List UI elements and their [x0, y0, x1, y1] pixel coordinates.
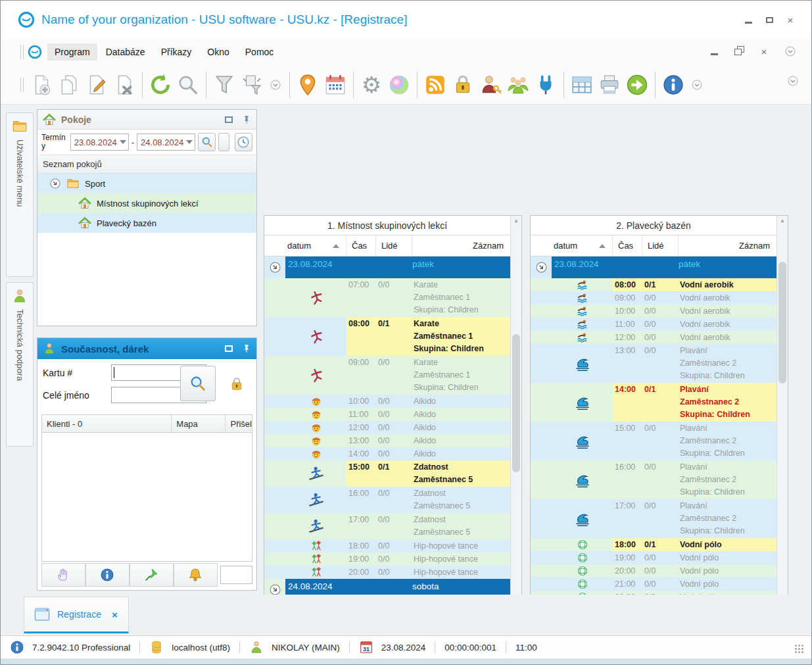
maximize-panel-icon[interactable]	[225, 116, 233, 123]
toolbar-doc-new-button[interactable]	[28, 70, 55, 99]
bell-button[interactable]	[174, 563, 218, 587]
toolbar-grip[interactable]	[20, 45, 24, 59]
date-from-select[interactable]: 23.08.2024	[70, 134, 129, 151]
clients-col-0[interactable]: Klienti - 0	[42, 415, 172, 432]
col-záznam[interactable]: Záznam	[679, 235, 776, 256]
toolbar-chev-circle-button[interactable]	[266, 70, 285, 99]
info-circle-button[interactable]	[85, 563, 130, 587]
schedule-row[interactable]: 17:000/0PlaváníZaměstnanec 2Skupina: Chi…	[531, 499, 776, 538]
footer-input[interactable]	[220, 566, 252, 584]
col-čas[interactable]: Čas	[346, 235, 376, 256]
schedule-row[interactable]: 10:000/0Vodní aerobik	[531, 305, 776, 318]
maximize-panel-icon[interactable]	[225, 345, 233, 352]
date-to-select[interactable]: 24.08.2024	[137, 134, 195, 151]
minimize-icon[interactable]	[743, 15, 753, 24]
toolbar-grid-table-button[interactable]	[568, 70, 596, 99]
tree-item-m-stnost-skupinov-ch-lekc-[interactable]: Místnost skupinových lekcí	[37, 193, 256, 213]
toolbar-refresh-button[interactable]	[147, 70, 174, 99]
col-lidé[interactable]: Lidé	[376, 235, 412, 256]
schedule-row[interactable]: 11:000/0Aikido	[264, 408, 510, 421]
search-rooms-button[interactable]	[198, 133, 216, 151]
toolbar-location-button[interactable]	[294, 70, 322, 99]
schedule-row[interactable]: 12:000/0Vodní aerobik	[531, 331, 776, 344]
schedule-row[interactable]: 17:000/0ZdatnostZaměstnanec 5	[264, 513, 510, 539]
schedule-row[interactable]: 19:000/0Vodní pólo	[531, 551, 776, 564]
col-čas[interactable]: Čas	[613, 235, 642, 256]
schedule-row[interactable]: 20:000/0Hip-hopové tance	[264, 566, 510, 579]
schedule-row[interactable]: 13:000/0Aikido	[264, 434, 510, 447]
schedule-row[interactable]: 09:000/0KarateZaměstnanec 1Skupina: Chil…	[264, 356, 510, 395]
schedule-group-row[interactable]: 23.08.2024pátek	[531, 257, 776, 278]
menu-pomoc[interactable]: Pomoc	[238, 43, 281, 61]
schedule-row[interactable]: 08:000/1KarateZaměstnanec 1Skupina: Chil…	[264, 317, 510, 356]
schedule-row[interactable]: 16:000/0PlaváníZaměstnanec 2Skupina: Chi…	[531, 460, 776, 499]
schedule-row[interactable]: 18:000/0Hip-hopové tance	[264, 539, 510, 553]
schedule-row[interactable]: 15:000/1ZdatnostZaměstnanec 5	[264, 460, 510, 487]
toolbar-rss-button[interactable]	[421, 70, 449, 99]
chevron-circle-icon[interactable]	[784, 45, 797, 58]
col-záznam[interactable]: Záznam	[412, 235, 510, 256]
schedule-row[interactable]: 08:000/1Vodní aerobik	[531, 278, 776, 291]
restore-icon[interactable]	[734, 47, 744, 56]
schedule-row[interactable]: 07:000/0KarateZaměstnanec 1Skupina: Chil…	[264, 278, 510, 317]
clients-col-1[interactable]: Mapa	[172, 415, 226, 432]
search-options-button[interactable]	[218, 133, 229, 151]
clients-col-2[interactable]: Přišel	[226, 415, 252, 432]
schedule-row[interactable]: 14:000/1PlaváníZaměstnanec 2Skupina: Chi…	[531, 383, 776, 422]
schedule-row[interactable]: 20:000/0Vodní pólo	[531, 564, 776, 578]
toolbar-users-button[interactable]	[504, 70, 532, 99]
resize-grip[interactable]	[794, 644, 805, 654]
toolbar-user-key-button[interactable]	[477, 70, 504, 99]
toolbar-info-circle-button[interactable]	[659, 70, 687, 99]
schedule-row[interactable]: 21:000/0Vodní pólo	[531, 578, 776, 591]
toolbar-plug-button[interactable]	[532, 70, 560, 99]
close-icon[interactable]: ×	[785, 15, 796, 24]
schedule-row[interactable]: 19:000/0Hip-hopové tance	[264, 553, 510, 566]
toolbar-chev-circle-button[interactable]	[687, 70, 707, 99]
schedule-row[interactable]: 11:000/0Vodní aerobik	[531, 318, 776, 331]
toolbar-doc-edit-button[interactable]	[83, 70, 110, 99]
menu-příkazy[interactable]: Příkazy	[154, 43, 199, 61]
menu-databáze[interactable]: Databáze	[99, 43, 153, 61]
toolbar-lock-button[interactable]	[449, 70, 477, 99]
toolbar-calendar-button[interactable]	[322, 70, 349, 99]
tree-item-plaveck-baz-n[interactable]: Plavecký bazén	[37, 213, 256, 233]
toolbar-printer-button[interactable]	[596, 70, 623, 99]
tab-registrace[interactable]: Registrace ×	[24, 597, 129, 633]
tab-close-icon[interactable]: ×	[112, 609, 118, 620]
menu-okno[interactable]: Okno	[200, 43, 236, 61]
toolbar-gear-button[interactable]: ⚙	[358, 70, 385, 99]
schedule-row[interactable]: 13:000/0PlaváníZaměstnanec 2Skupina: Chi…	[531, 344, 776, 383]
toolbar-search-button[interactable]	[174, 70, 202, 99]
side-tab-tech-support[interactable]: Technická podpora	[6, 282, 34, 447]
schedule-row[interactable]: 16:000/0ZdatnostZaměstnanec 5	[264, 487, 510, 513]
close-icon[interactable]: ×	[759, 47, 769, 56]
col-datum[interactable]: datum	[264, 235, 346, 256]
toolbar-doc-copy-button[interactable]	[55, 70, 83, 99]
schedule-row[interactable]: 18:000/1Vodní pólo	[531, 538, 776, 551]
col-datum[interactable]: datum	[531, 235, 613, 256]
lock-icon[interactable]	[229, 376, 245, 392]
col-lidé[interactable]: Lidé	[642, 235, 679, 256]
pin-panel-icon[interactable]	[242, 115, 251, 124]
schedule-row[interactable]: 12:000/0Aikido	[264, 421, 510, 434]
maximize-icon[interactable]	[764, 15, 775, 24]
pin-green-button[interactable]	[130, 563, 174, 587]
pin-panel-icon[interactable]	[242, 344, 251, 353]
schedule-group-row[interactable]: 23.08.2024pátek	[264, 257, 510, 278]
menu-program[interactable]: Program	[47, 43, 97, 61]
toolbar-go-button[interactable]	[623, 70, 651, 99]
toolbar-funnel-button[interactable]	[210, 70, 238, 99]
schedule-row[interactable]: 15:000/0PlaváníZaměstnanec 2Skupina: Chi…	[531, 422, 776, 460]
visitor-search-button[interactable]	[180, 366, 216, 401]
schedule-row[interactable]: 09:000/0Vodní aerobik	[531, 291, 776, 305]
toolbar-palette-button[interactable]	[385, 70, 413, 99]
side-tab-user-menu[interactable]: Uživatelské menu	[6, 112, 34, 277]
toolbar-doc-delete-button[interactable]	[110, 70, 138, 99]
clients-table-body[interactable]	[41, 433, 252, 562]
clock-button[interactable]	[235, 133, 252, 151]
chevron-circle-icon[interactable]	[786, 74, 800, 87]
toolbar-funnel-panel-button[interactable]	[238, 70, 266, 99]
schedule-row[interactable]: 14:000/0Aikido	[264, 447, 510, 460]
schedule-row[interactable]: 10:000/0Aikido	[264, 395, 510, 408]
